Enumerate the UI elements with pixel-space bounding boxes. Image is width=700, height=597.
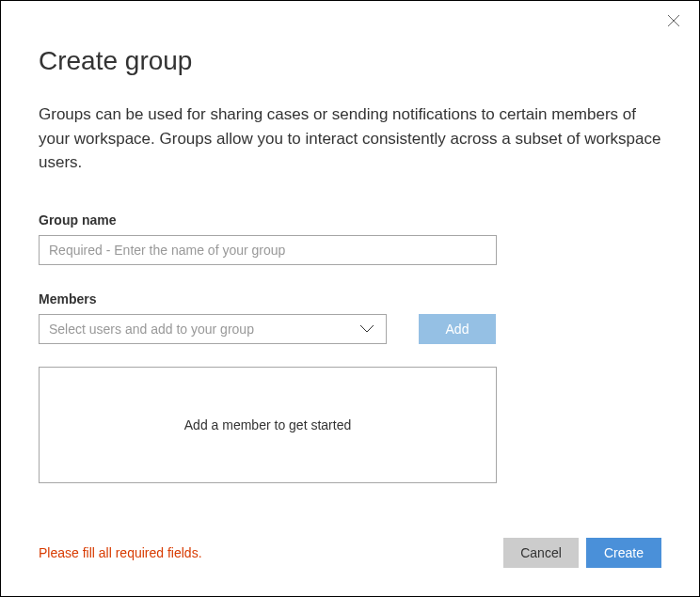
members-select-placeholder: Select users and add to your group xyxy=(49,322,358,337)
close-button[interactable] xyxy=(667,14,682,29)
group-name-field: Group name xyxy=(39,212,661,265)
close-icon xyxy=(667,14,680,27)
error-message: Please fill all required fields. xyxy=(39,545,202,560)
dialog-title: Create group xyxy=(39,46,661,76)
dialog-footer: Please fill all required fields. Cancel … xyxy=(39,538,661,568)
footer-buttons: Cancel Create xyxy=(503,538,661,568)
members-row: Select users and add to your group Add xyxy=(39,314,661,344)
members-list-empty: Add a member to get started xyxy=(39,367,497,483)
create-group-dialog: Create group Groups can be used for shar… xyxy=(1,1,699,596)
members-empty-text: Add a member to get started xyxy=(184,417,351,432)
chevron-down-icon xyxy=(358,320,376,338)
members-select[interactable]: Select users and add to your group xyxy=(39,314,387,344)
cancel-button[interactable]: Cancel xyxy=(503,538,579,568)
group-name-label: Group name xyxy=(39,212,661,228)
members-field: Members Select users and add to your gro… xyxy=(39,291,661,483)
dialog-description: Groups can be used for sharing cases or … xyxy=(39,102,661,175)
group-name-input[interactable] xyxy=(39,235,497,265)
create-button[interactable]: Create xyxy=(586,538,661,568)
members-label: Members xyxy=(39,291,661,306)
add-member-button[interactable]: Add xyxy=(419,314,496,344)
